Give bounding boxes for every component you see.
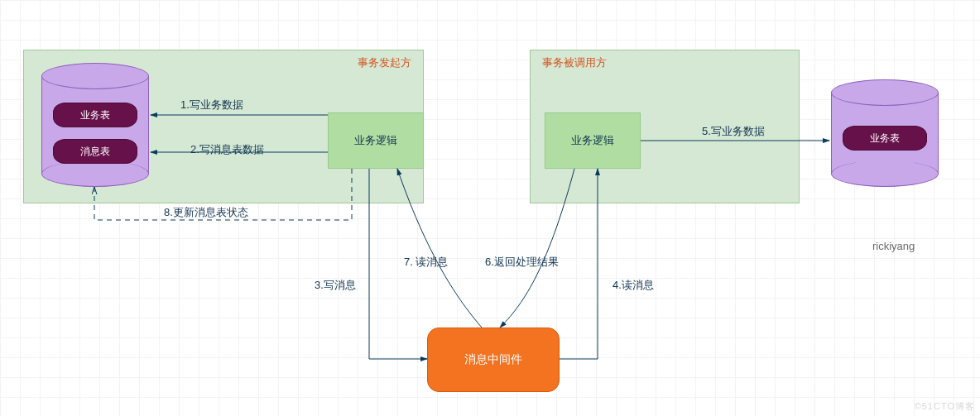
watermark-text: ©51CTO博客 <box>915 400 975 413</box>
edge-label-e6: 6.返回处理结果 <box>485 255 559 270</box>
edge-label-e5: 5.写业务数据 <box>702 124 765 139</box>
mq-node: 消息中间件 <box>427 328 560 392</box>
logic-right: 业务逻辑 <box>545 112 641 169</box>
logic-left: 业务逻辑 <box>328 112 424 169</box>
edge-label-e4: 4.读消息 <box>612 278 654 293</box>
table-label: 业务表 <box>80 108 110 122</box>
db-right: 业务表 <box>831 79 939 187</box>
table-label: 业务表 <box>870 131 900 146</box>
panel-title-right: 事务被调用方 <box>542 55 607 70</box>
panel-title-left: 事务发起方 <box>358 55 411 70</box>
edge-label-e8: 8.更新消息表状态 <box>164 205 248 220</box>
edge-label-e7: 7. 读消息 <box>404 255 448 270</box>
credit-text: rickiyang <box>872 240 915 252</box>
table-business-right: 业务表 <box>843 126 927 151</box>
edge-label-e3: 3.写消息 <box>315 278 356 293</box>
table-label: 消息表 <box>80 145 110 159</box>
logic-label: 业务逻辑 <box>354 133 397 148</box>
db-left: 业务表 消息表 <box>41 63 149 187</box>
table-message-left: 消息表 <box>53 139 137 164</box>
mq-label: 消息中间件 <box>464 352 522 367</box>
edge-label-e1: 1.写业务数据 <box>180 98 243 112</box>
edge-label-e2: 2.写消息表数据 <box>190 142 264 157</box>
table-business-left: 业务表 <box>53 103 137 127</box>
logic-label: 业务逻辑 <box>571 133 614 148</box>
